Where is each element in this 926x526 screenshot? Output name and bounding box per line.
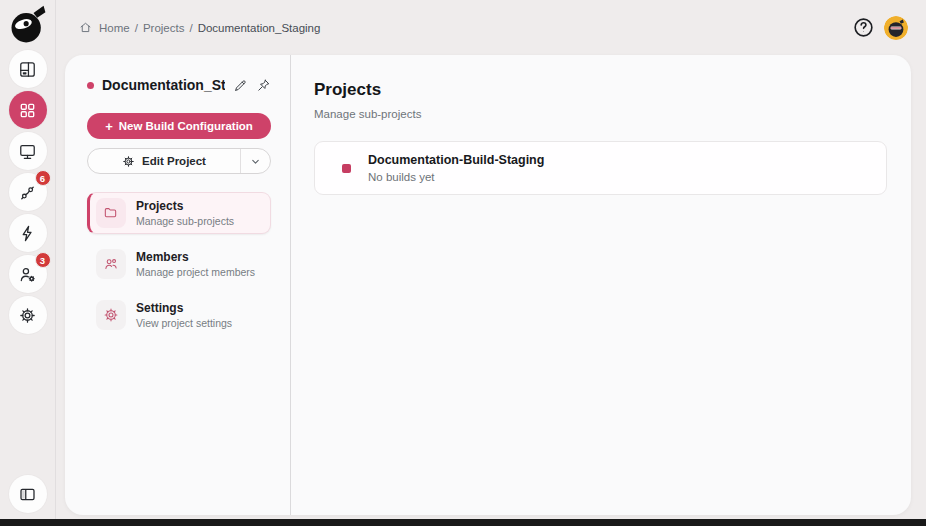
- pencil-icon: [233, 78, 248, 93]
- agents-monitor-icon: [18, 142, 37, 161]
- pipelines-icon: [18, 183, 37, 202]
- triggers-nav-button[interactable]: [9, 214, 47, 252]
- dashboard-nav-button[interactable]: [9, 50, 47, 88]
- topbar-actions: [852, 16, 908, 40]
- settings-nav-button[interactable]: [9, 296, 47, 334]
- subproject-name: Documentation-Build-Staging: [368, 153, 544, 167]
- breadcrumb-projects[interactable]: Projects: [143, 22, 185, 34]
- top-bar: Home / Projects / Documentation_Staging: [57, 0, 926, 55]
- user-avatar[interactable]: [884, 16, 908, 40]
- new-build-configuration-label: New Build Configuration: [119, 120, 253, 132]
- breadcrumb-separator: /: [135, 22, 138, 34]
- pin-project-button[interactable]: [256, 78, 271, 93]
- folder-icon: [96, 198, 126, 228]
- nav-settings-title: Settings: [136, 301, 232, 315]
- nav-projects-subtitle: Manage sub-projects: [136, 215, 234, 227]
- triggers-lightning-icon: [18, 224, 37, 243]
- dashboard-icon: [18, 60, 37, 79]
- collapse-panel-icon: [18, 485, 37, 504]
- pipelines-badge: 6: [35, 170, 51, 186]
- icon-rail: 6 3: [0, 0, 56, 519]
- users-gear-icon: [18, 265, 37, 284]
- nav-item-projects[interactable]: Projects Manage sub-projects: [87, 192, 271, 234]
- edit-project-split-button: Edit Project: [87, 148, 271, 174]
- nav-members-subtitle: Manage project members: [136, 266, 255, 278]
- page-title: Projects: [314, 80, 887, 100]
- settings-gear-icon: [18, 306, 37, 325]
- pipelines-nav-button[interactable]: 6: [9, 173, 47, 211]
- projects-content: Projects Manage sub-projects Documentati…: [291, 55, 911, 515]
- projects-nav-button[interactable]: [9, 91, 47, 129]
- help-icon: [852, 16, 875, 39]
- subproject-status-bullet: [342, 164, 351, 173]
- nav-members-title: Members: [136, 250, 255, 264]
- breadcrumb-home[interactable]: Home: [99, 22, 130, 34]
- breadcrumb-current: Documentation_Staging: [198, 22, 321, 34]
- rename-project-button[interactable]: [233, 78, 248, 93]
- gear-icon: [122, 155, 135, 168]
- project-section-nav: Projects Manage sub-projects Members Man…: [87, 192, 271, 336]
- edit-project-label: Edit Project: [142, 155, 206, 167]
- breadcrumb-separator: /: [189, 22, 192, 34]
- agents-nav-button[interactable]: [9, 132, 47, 170]
- page-subtitle: Manage sub-projects: [314, 108, 887, 120]
- project-title-row: Documentation_St...: [87, 77, 271, 93]
- project-title: Documentation_St...: [102, 77, 225, 93]
- projects-grid-icon: [18, 101, 37, 120]
- project-sidebar: Documentation_St... +: [65, 55, 291, 515]
- plus-icon: +: [105, 119, 113, 134]
- members-icon: [96, 249, 126, 279]
- main-panel: Documentation_St... +: [65, 55, 911, 515]
- nav-settings-subtitle: View project settings: [136, 317, 232, 329]
- pin-icon: [256, 78, 271, 93]
- home-icon: [79, 21, 92, 34]
- window-bottom-edge: [0, 519, 926, 526]
- users-nav-button[interactable]: 3: [9, 255, 47, 293]
- edit-project-dropdown-button[interactable]: [240, 149, 270, 173]
- nav-item-members[interactable]: Members Manage project members: [87, 243, 271, 285]
- collapse-sidebar-button[interactable]: [9, 475, 47, 513]
- subproject-card[interactable]: Documentation-Build-Staging No builds ye…: [314, 141, 887, 195]
- project-status-dot: [87, 82, 94, 89]
- subproject-status: No builds yet: [368, 171, 544, 183]
- edit-project-button[interactable]: Edit Project: [88, 149, 240, 173]
- nav-projects-title: Projects: [136, 199, 234, 213]
- nav-item-settings[interactable]: Settings View project settings: [87, 294, 271, 336]
- breadcrumb: Home / Projects / Documentation_Staging: [79, 21, 320, 34]
- help-button[interactable]: [852, 16, 875, 39]
- settings-icon: [96, 300, 126, 330]
- new-build-configuration-button[interactable]: + New Build Configuration: [87, 113, 271, 139]
- ninja-logo[interactable]: [6, 3, 50, 47]
- users-badge: 3: [35, 252, 51, 268]
- chevron-down-icon: [249, 155, 262, 168]
